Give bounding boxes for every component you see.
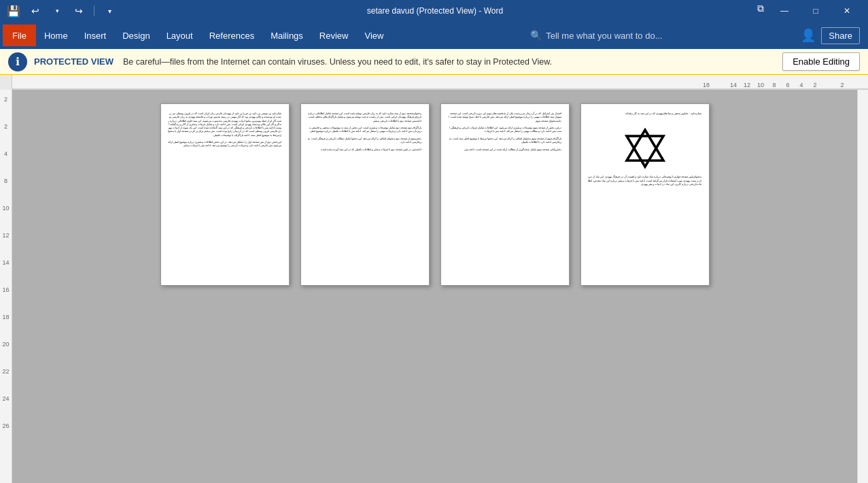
restore-icon[interactable]: ⧉ (752, 0, 769, 16)
menu-layout[interactable]: Layout (158, 24, 201, 46)
lnum-10: 10 (2, 201, 9, 215)
lnum-2a: 2 (4, 93, 7, 106)
redo-icon[interactable]: ↪ (71, 3, 87, 19)
menu-home[interactable]: Home (36, 24, 76, 46)
main-area: 2 2 4 8 10 12 14 16 18 20 22 24 26 (0, 90, 868, 483)
ruler-num-18: 18 (699, 82, 713, 88)
lnum-8: 8 (4, 174, 7, 188)
search-box[interactable]: 🔍 Tell me what you want to do... (530, 30, 662, 41)
ruler-num-2: 2 (808, 82, 822, 88)
star-of-david-container (588, 128, 702, 169)
ruler-num-6: 6 (781, 82, 795, 88)
page-2: محتوای صفحه دوم از سند ستاره داود که به … (300, 103, 430, 286)
menu-references[interactable]: References (201, 24, 262, 46)
ruler-num-8: 8 (767, 82, 781, 88)
close-button[interactable]: ✕ (831, 0, 863, 22)
page-1: شتار داود بن موسی بن داود بن عزرا بن داو… (160, 103, 290, 286)
menu-file[interactable]: File (3, 24, 36, 46)
protected-view-icon: ℹ (8, 52, 27, 71)
page-1-text: شتار داود بن موسی بن داود بن عزرا بن داو… (168, 112, 282, 148)
lnum-4: 4 (4, 147, 7, 161)
maximize-button[interactable]: □ (800, 0, 831, 22)
lnum-18: 18 (2, 310, 9, 324)
window-controls: ⧉ — □ ✕ (752, 0, 863, 22)
menu-view[interactable]: View (356, 24, 392, 46)
share-label: Share (829, 31, 852, 41)
lnum-24: 24 (2, 392, 9, 405)
page-3-text: احمد از بنی اسرائیل که در آن زمان می‌زیس… (448, 112, 562, 152)
toolbar-divider (94, 5, 94, 16)
lnum-2b: 2 (4, 120, 7, 133)
protected-view-message: Be careful—files from the Internet can c… (123, 57, 776, 67)
ruler-num-2r: 2 (835, 82, 849, 88)
lnum-12: 12 (2, 229, 9, 242)
protected-view-bar: ℹ PROTECTED VIEW Be careful—files from t… (0, 49, 868, 75)
search-icon: 🔍 (530, 30, 542, 41)
title-bar-left: 💾 ↩ ▾ ↪ ▾ (5, 3, 118, 19)
ruler-corner (0, 75, 12, 90)
page-3: احمد از بنی اسرائیل که در آن زمان می‌زیس… (440, 103, 570, 286)
undo-dropdown-icon[interactable]: ▾ (49, 3, 65, 19)
lnum-20: 20 (2, 337, 9, 351)
lnum-16: 16 (2, 283, 9, 297)
page-4: ستاره داود - تصاویر مذهبی و نمادهای یهود… (580, 103, 710, 286)
top-ruler: 18 14 12 10 8 6 4 2 2 (12, 75, 868, 89)
left-ruler: 2 2 4 8 10 12 14 16 18 20 22 24 26 (0, 90, 12, 483)
lnum-14: 14 (2, 256, 9, 269)
protected-view-label: PROTECTED VIEW (34, 56, 114, 67)
ruler-num-10: 10 (754, 82, 767, 88)
ruler-num-4: 4 (795, 82, 808, 88)
right-scrollbar[interactable] (857, 90, 868, 483)
ruler-row: 18 14 12 10 8 6 4 2 2 (0, 75, 868, 90)
customize-icon[interactable]: ▾ (101, 3, 118, 19)
menu-insert[interactable]: Insert (76, 24, 115, 46)
ruler-numbers: 18 14 12 10 8 6 4 2 2 (18, 82, 863, 88)
lnum-22: 22 (2, 365, 9, 378)
page-2-text: محتوای صفحه دوم از سند ستاره داود که به … (308, 112, 422, 152)
menu-bar: File Home Insert Design Layout Reference… (0, 22, 868, 49)
menu-review[interactable]: Review (311, 24, 357, 46)
ruler-num-14: 14 (727, 82, 740, 88)
menu-right: 👤 Share (801, 27, 865, 44)
share-button[interactable]: Share (821, 27, 860, 44)
save-icon[interactable]: 💾 (5, 3, 22, 19)
search-placeholder: Tell me what you want to do... (546, 31, 662, 41)
menu-mailings[interactable]: Mailings (262, 24, 311, 46)
document-area[interactable]: شتار داود بن موسی بن داود بن عزرا بن داو… (12, 90, 857, 483)
user-icon[interactable]: 👤 (801, 28, 816, 43)
enable-editing-button[interactable]: Enable Editing (782, 52, 860, 71)
title-bar: 💾 ↩ ▾ ↪ ▾ setare davud (Protected View) … (0, 0, 868, 22)
search-area: 🔍 Tell me what you want to do... (392, 30, 801, 41)
lnum-26: 26 (2, 419, 9, 433)
left-ruler-numbers: 2 2 4 8 10 12 14 16 18 20 22 24 26 (2, 93, 9, 433)
undo-icon[interactable]: ↩ (27, 3, 44, 19)
ruler-num-12: 12 (740, 82, 754, 88)
window-title: setare davud (Protected View) - Word (118, 6, 752, 16)
page-4-text: محتوای پایین صفحه چهارم با توضیحاتی دربا… (588, 176, 702, 186)
star-of-david-icon (625, 128, 665, 169)
menu-design[interactable]: Design (114, 24, 158, 46)
page-4-header-text: ستاره داود - تصاویر مذهبی و نمادهای یهود… (588, 112, 702, 116)
minimize-button[interactable]: — (769, 0, 800, 22)
